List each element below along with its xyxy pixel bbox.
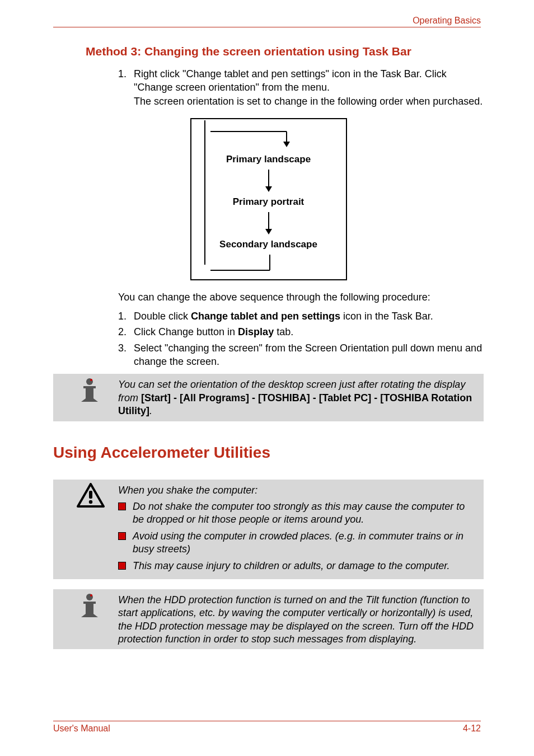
sub-step-text: Select "changing the screen" from the Sc… [134,341,484,369]
info-icon-col [53,377,111,405]
svg-rect-25 [83,602,96,604]
exit-arrow-icon [197,255,343,271]
svg-marker-21 [81,614,86,617]
svg-marker-2 [283,142,290,147]
sub-step: 2.Click Change button in Display tab. [118,325,484,339]
svg-point-19 [89,500,92,503]
page-content: Method 3: Changing the screen orientatio… [53,45,484,649]
arrow-down-icon [263,170,274,192]
info-note-1-text: You can set the orientation of the deskt… [118,377,477,417]
info-icon [77,377,102,403]
method-3-heading: Method 3: Changing the screen orientatio… [86,45,484,58]
info-note-2-text: When the HDD protection function is turn… [118,593,477,646]
info-note-1: You can set the orientation of the deskt… [53,374,484,421]
warning-icon-col [53,483,111,511]
diagram-label-2: Primary portrait [197,196,340,208]
bullet-square-icon [118,503,126,510]
bullet-square-icon [118,532,126,540]
sub-steps-list: 1.Double click Change tablet and pen set… [53,309,484,368]
svg-marker-22 [93,614,98,617]
sub-step-text: Double click Change tablet and pen setti… [134,309,484,323]
svg-rect-10 [86,388,93,402]
diagram-label-3: Secondary landscape [197,239,340,250]
page-header: Operating Basics [53,16,481,27]
diagram-box: Primary landscape Primary portrait Secon… [190,118,347,280]
footer-right: 4-12 [463,724,481,734]
page-footer: User's Manual 4-12 [53,721,481,734]
para-after-diagram: You can change the above sequence throug… [118,290,484,304]
bullet-text: Do not shake the computer too strongly a… [133,500,477,527]
svg-marker-11 [81,398,86,402]
svg-rect-16 [83,386,96,388]
arrow-down-icon [263,212,274,234]
entry-arrow-icon [197,130,343,147]
warning-bullet: Avoid using the computer in crowded plac… [118,530,477,556]
sub-step: 3.Select "changing the screen" from the … [118,341,484,369]
svg-point-15 [90,379,92,381]
warning-icon [77,483,105,509]
svg-marker-6 [265,229,272,234]
sub-step-number: 1. [118,309,134,323]
warning-text: When you shake the computer: Do not shak… [118,483,477,576]
svg-marker-4 [265,186,272,192]
orientation-diagram: Primary landscape Primary portrait Secon… [190,118,347,280]
diagram-label-1: Primary landscape [197,154,340,165]
info1-post: . [149,405,152,416]
step-1-number: 1. [118,67,134,108]
sub-step-number: 2. [118,325,134,339]
sub-step: 1.Double click Change tablet and pen set… [118,309,484,323]
info-icon-col-2 [53,593,111,621]
warning-bullet: This may cause injury to children or adu… [118,560,477,572]
warning-lead: When you shake the computer: [118,484,477,497]
svg-rect-18 [89,491,92,499]
warning-bullets: Do not shake the computer too strongly a… [118,500,477,572]
header-right-text: Operating Basics [413,16,481,25]
warning-bullet: Do not shake the computer too strongly a… [118,500,477,527]
svg-point-24 [90,594,92,597]
info-icon [77,593,102,618]
sub-step-number: 3. [118,341,134,369]
bullet-text: This may cause injury to children or adu… [133,560,477,572]
info-note-2: When the HDD protection function is turn… [53,589,484,650]
bullet-square-icon [118,562,126,570]
svg-rect-20 [86,604,93,617]
info1-bold: [Start] - [All Programs] - [TOSHIBA] - [… [118,392,472,416]
warning-box: When you shake the computer: Do not shak… [53,480,484,579]
bullet-text: Avoid using the computer in crowded plac… [133,530,477,556]
svg-marker-12 [93,398,98,402]
sub-step-text: Click Change button in Display tab. [134,325,484,339]
footer-left: User's Manual [53,724,110,734]
using-accelerometer-heading: Using Accelerometer Utilities [53,444,484,462]
step-1: 1. Right click "Change tablet and pen se… [118,67,484,108]
left-connector-line [204,119,206,265]
step-1-text: Right click "Change tablet and pen setti… [134,67,484,108]
